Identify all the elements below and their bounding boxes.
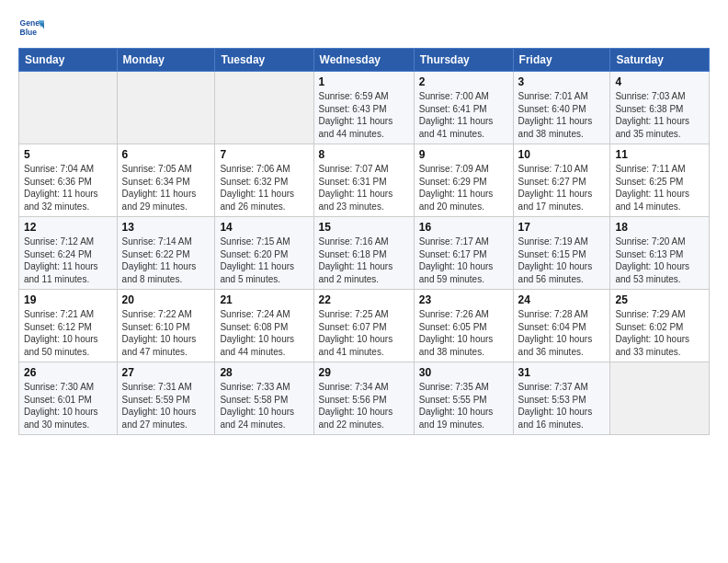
day-info: Sunrise: 7:29 AM Sunset: 6:02 PM Dayligh… [615, 308, 704, 358]
calendar-cell: 20Sunrise: 7:22 AM Sunset: 6:10 PM Dayli… [117, 290, 215, 362]
day-number: 21 [220, 293, 308, 306]
day-number: 5 [24, 148, 112, 161]
svg-text:Blue: Blue [20, 28, 38, 37]
day-info: Sunrise: 7:01 AM Sunset: 6:40 PM Dayligh… [518, 90, 606, 140]
day-header-friday: Friday [513, 49, 610, 72]
day-info: Sunrise: 7:31 AM Sunset: 5:59 PM Dayligh… [122, 381, 210, 431]
day-number: 2 [419, 75, 508, 88]
day-info: Sunrise: 7:12 AM Sunset: 6:24 PM Dayligh… [24, 236, 112, 285]
day-number: 6 [122, 148, 210, 161]
day-number: 9 [419, 148, 508, 161]
day-info: Sunrise: 7:34 AM Sunset: 5:56 PM Dayligh… [319, 381, 409, 431]
day-number: 31 [518, 366, 606, 379]
day-info: Sunrise: 7:25 AM Sunset: 6:07 PM Dayligh… [319, 308, 409, 358]
day-info: Sunrise: 7:21 AM Sunset: 6:12 PM Dayligh… [24, 308, 112, 358]
calendar-cell [215, 72, 313, 144]
day-number: 4 [615, 75, 704, 88]
day-info: Sunrise: 7:26 AM Sunset: 6:05 PM Dayligh… [419, 308, 508, 358]
day-info: Sunrise: 7:14 AM Sunset: 6:22 PM Dayligh… [122, 236, 210, 285]
day-number: 19 [24, 293, 112, 306]
day-header-thursday: Thursday [414, 49, 513, 72]
calendar-cell: 2Sunrise: 7:00 AM Sunset: 6:41 PM Daylig… [414, 72, 513, 144]
calendar-cell: 17Sunrise: 7:19 AM Sunset: 6:15 PM Dayli… [513, 217, 610, 290]
day-info: Sunrise: 7:03 AM Sunset: 6:38 PM Dayligh… [615, 90, 704, 140]
calendar-cell: 7Sunrise: 7:06 AM Sunset: 6:32 PM Daylig… [215, 144, 313, 217]
day-number: 30 [419, 366, 508, 379]
day-number: 26 [24, 366, 112, 379]
calendar-cell: 12Sunrise: 7:12 AM Sunset: 6:24 PM Dayli… [19, 217, 118, 290]
day-number: 14 [220, 221, 308, 234]
day-number: 3 [518, 75, 606, 88]
calendar-cell: 5Sunrise: 7:04 AM Sunset: 6:36 PM Daylig… [19, 144, 118, 217]
day-number: 13 [122, 221, 210, 234]
calendar-cell: 19Sunrise: 7:21 AM Sunset: 6:12 PM Dayli… [19, 290, 118, 362]
calendar-cell [19, 72, 118, 144]
day-info: Sunrise: 7:35 AM Sunset: 5:55 PM Dayligh… [419, 381, 508, 431]
calendar-cell: 28Sunrise: 7:33 AM Sunset: 5:58 PM Dayli… [215, 362, 313, 435]
day-info: Sunrise: 6:59 AM Sunset: 6:43 PM Dayligh… [319, 90, 409, 140]
day-number: 17 [518, 221, 606, 234]
day-number: 12 [24, 221, 112, 234]
day-header-sunday: Sunday [19, 49, 118, 72]
logo: General Blue [18, 15, 48, 40]
calendar-cell: 8Sunrise: 7:07 AM Sunset: 6:31 PM Daylig… [313, 144, 414, 217]
day-header-tuesday: Tuesday [215, 49, 313, 72]
day-number: 29 [319, 366, 409, 379]
calendar-cell: 13Sunrise: 7:14 AM Sunset: 6:22 PM Dayli… [117, 217, 215, 290]
calendar-cell: 14Sunrise: 7:15 AM Sunset: 6:20 PM Dayli… [215, 217, 313, 290]
calendar-cell: 6Sunrise: 7:05 AM Sunset: 6:34 PM Daylig… [117, 144, 215, 217]
day-info: Sunrise: 7:20 AM Sunset: 6:13 PM Dayligh… [615, 236, 704, 285]
day-info: Sunrise: 7:05 AM Sunset: 6:34 PM Dayligh… [122, 163, 210, 213]
day-info: Sunrise: 7:16 AM Sunset: 6:18 PM Dayligh… [319, 236, 409, 285]
day-header-monday: Monday [117, 49, 215, 72]
calendar-cell: 9Sunrise: 7:09 AM Sunset: 6:29 PM Daylig… [414, 144, 513, 217]
day-info: Sunrise: 7:24 AM Sunset: 6:08 PM Dayligh… [220, 308, 308, 358]
day-number: 24 [518, 293, 606, 306]
calendar-cell: 29Sunrise: 7:34 AM Sunset: 5:56 PM Dayli… [313, 362, 414, 435]
day-number: 23 [419, 293, 508, 306]
day-info: Sunrise: 7:06 AM Sunset: 6:32 PM Dayligh… [220, 163, 308, 213]
day-number: 16 [419, 221, 508, 234]
day-info: Sunrise: 7:09 AM Sunset: 6:29 PM Dayligh… [419, 163, 508, 213]
calendar-cell: 26Sunrise: 7:30 AM Sunset: 6:01 PM Dayli… [19, 362, 118, 435]
day-info: Sunrise: 7:10 AM Sunset: 6:27 PM Dayligh… [518, 163, 606, 213]
day-number: 1 [319, 75, 409, 88]
calendar-cell: 3Sunrise: 7:01 AM Sunset: 6:40 PM Daylig… [513, 72, 610, 144]
calendar-cell [610, 362, 710, 435]
day-info: Sunrise: 7:11 AM Sunset: 6:25 PM Dayligh… [615, 163, 704, 213]
day-info: Sunrise: 7:30 AM Sunset: 6:01 PM Dayligh… [24, 381, 112, 431]
calendar-cell: 23Sunrise: 7:26 AM Sunset: 6:05 PM Dayli… [414, 290, 513, 362]
day-number: 11 [615, 148, 704, 161]
day-info: Sunrise: 7:37 AM Sunset: 5:53 PM Dayligh… [518, 381, 606, 431]
day-number: 15 [319, 221, 409, 234]
calendar-cell: 24Sunrise: 7:28 AM Sunset: 6:04 PM Dayli… [513, 290, 610, 362]
calendar-cell: 22Sunrise: 7:25 AM Sunset: 6:07 PM Dayli… [313, 290, 414, 362]
day-info: Sunrise: 7:00 AM Sunset: 6:41 PM Dayligh… [419, 90, 508, 140]
calendar-cell: 27Sunrise: 7:31 AM Sunset: 5:59 PM Dayli… [117, 362, 215, 435]
calendar-cell: 10Sunrise: 7:10 AM Sunset: 6:27 PM Dayli… [513, 144, 610, 217]
calendar-cell: 31Sunrise: 7:37 AM Sunset: 5:53 PM Dayli… [513, 362, 610, 435]
day-info: Sunrise: 7:17 AM Sunset: 6:17 PM Dayligh… [419, 236, 508, 285]
day-info: Sunrise: 7:07 AM Sunset: 6:31 PM Dayligh… [319, 163, 409, 213]
day-number: 7 [220, 148, 308, 161]
calendar-cell: 18Sunrise: 7:20 AM Sunset: 6:13 PM Dayli… [610, 217, 710, 290]
day-header-wednesday: Wednesday [313, 49, 414, 72]
day-info: Sunrise: 7:22 AM Sunset: 6:10 PM Dayligh… [122, 308, 210, 358]
calendar-cell: 4Sunrise: 7:03 AM Sunset: 6:38 PM Daylig… [610, 72, 710, 144]
day-info: Sunrise: 7:33 AM Sunset: 5:58 PM Dayligh… [220, 381, 308, 431]
day-number: 10 [518, 148, 606, 161]
day-number: 20 [122, 293, 210, 306]
calendar-cell: 15Sunrise: 7:16 AM Sunset: 6:18 PM Dayli… [313, 217, 414, 290]
day-info: Sunrise: 7:28 AM Sunset: 6:04 PM Dayligh… [518, 308, 606, 358]
day-info: Sunrise: 7:04 AM Sunset: 6:36 PM Dayligh… [24, 163, 112, 213]
day-number: 8 [319, 148, 409, 161]
day-info: Sunrise: 7:19 AM Sunset: 6:15 PM Dayligh… [518, 236, 606, 285]
calendar-cell: 11Sunrise: 7:11 AM Sunset: 6:25 PM Dayli… [610, 144, 710, 217]
calendar-cell: 16Sunrise: 7:17 AM Sunset: 6:17 PM Dayli… [414, 217, 513, 290]
day-info: Sunrise: 7:15 AM Sunset: 6:20 PM Dayligh… [220, 236, 308, 285]
calendar-cell: 21Sunrise: 7:24 AM Sunset: 6:08 PM Dayli… [215, 290, 313, 362]
day-number: 27 [122, 366, 210, 379]
day-number: 28 [220, 366, 308, 379]
day-header-saturday: Saturday [610, 49, 710, 72]
day-number: 25 [615, 293, 704, 306]
